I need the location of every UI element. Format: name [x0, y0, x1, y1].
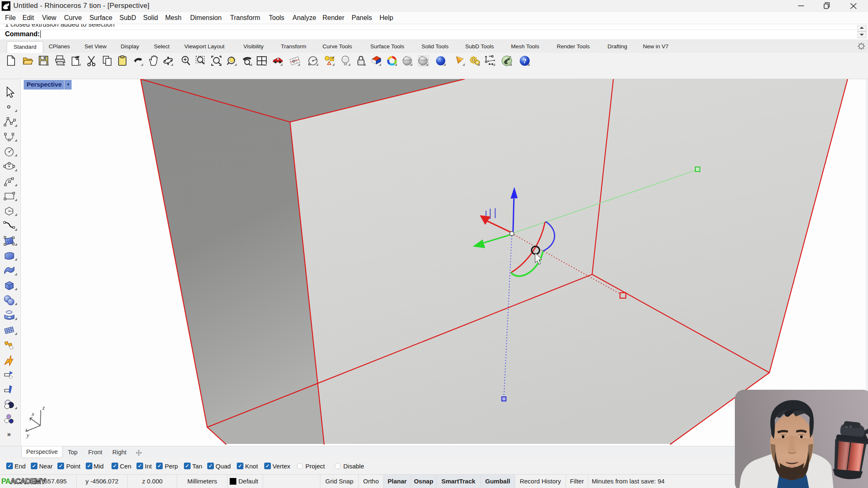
svg-text:x: x [31, 411, 35, 417]
svg-text:»: » [7, 431, 11, 438]
svg-text:?: ? [523, 57, 527, 65]
svg-text:z: z [42, 405, 45, 411]
svg-text:y: y [26, 432, 30, 438]
